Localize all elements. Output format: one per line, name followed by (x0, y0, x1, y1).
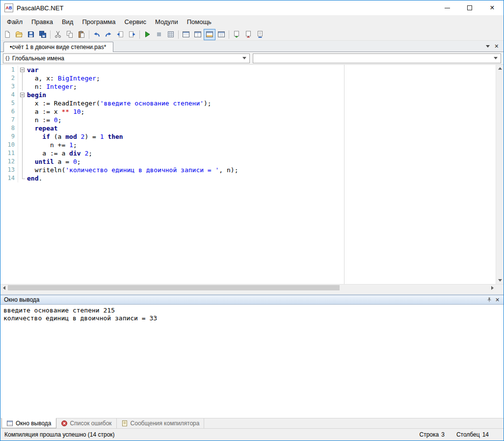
panel-tab-output[interactable]: Окно вывода (1, 418, 56, 428)
line-number: 14 (0, 174, 18, 182)
minimize-button[interactable] (436, 0, 458, 15)
panel-splitter[interactable] (0, 291, 504, 295)
redo-icon[interactable] (103, 29, 114, 40)
call-stack-window-icon[interactable] (215, 29, 227, 40)
new-file-icon[interactable] (1, 29, 13, 40)
open-file-icon[interactable] (13, 29, 25, 40)
module-list-icon[interactable] (254, 29, 266, 40)
add-module-icon[interactable] (231, 29, 242, 40)
menu-item-help[interactable]: Помощь (183, 16, 216, 27)
copy-icon[interactable] (64, 29, 76, 40)
code-line[interactable]: 2 a, x: BigInteger; (0, 74, 496, 82)
scrollbar-corner (496, 285, 504, 291)
show-output-window-icon[interactable] (204, 29, 215, 40)
window-title: PascalABC.NET (17, 4, 63, 12)
close-document-icon[interactable]: × (495, 43, 499, 50)
cut-icon[interactable] (52, 29, 64, 40)
member-combobox[interactable] (253, 53, 501, 63)
fold-margin (18, 132, 27, 141)
status-line-label: Строка (420, 431, 439, 438)
fold-toggle-icon[interactable] (18, 91, 27, 99)
code-text: n := 0; (27, 116, 61, 124)
save-all-icon[interactable] (37, 29, 49, 40)
scope-combobox[interactable]: { } Глобальные имена (3, 53, 250, 63)
compiler-messages-icon (121, 420, 128, 427)
code-line[interactable]: 6 a := x ** 10; (0, 107, 496, 116)
code-text: x := ReadInteger('введите основание степ… (27, 99, 212, 107)
output-panel-header: Окно вывода × (0, 295, 504, 305)
fold-margin (18, 124, 27, 132)
fold-margin (18, 141, 27, 149)
code-line[interactable]: 4begin (0, 91, 496, 99)
watch-window-icon[interactable] (180, 29, 192, 40)
editor: 1var2 a, x: BigInteger;3 n: Integer;4beg… (0, 65, 504, 284)
code-line[interactable]: 12 until a = 0; (0, 157, 496, 166)
code-area[interactable]: 1var2 a, x: BigInteger;3 n: Integer;4beg… (0, 65, 496, 284)
navigate-back-icon[interactable] (114, 29, 126, 40)
menu-item-file[interactable]: Файл (2, 16, 27, 27)
locals-window-icon[interactable] (192, 29, 204, 40)
navigate-forward-icon[interactable] (126, 29, 138, 40)
paste-icon[interactable] (76, 29, 87, 40)
code-line[interactable]: 3 n: Integer; (0, 82, 496, 91)
close-button[interactable]: × (481, 0, 504, 15)
save-icon[interactable] (25, 29, 37, 40)
navigation-bar: { } Глобальные имена (0, 52, 504, 65)
menu-item-modules[interactable]: Модули (151, 16, 183, 27)
close-panel-icon[interactable]: × (493, 296, 502, 304)
code-line[interactable]: 9 if (a mod 2) = 1 then (0, 132, 496, 141)
toolbar-separator (139, 30, 140, 39)
panel-tab-errors[interactable]: Список ошибок (56, 418, 117, 428)
menu-item-view[interactable]: Вид (57, 16, 78, 27)
fold-toggle-icon[interactable] (18, 66, 27, 74)
scroll-left-icon[interactable] (0, 285, 8, 291)
toolbar-separator (50, 30, 51, 39)
chevron-down-icon[interactable] (494, 57, 498, 59)
line-number: 6 (0, 107, 18, 116)
fold-margin (18, 166, 27, 174)
code-line[interactable]: 11 a := a div 2; (0, 149, 496, 157)
scroll-right-icon[interactable] (489, 285, 496, 291)
run-icon[interactable] (141, 29, 153, 40)
fold-margin (18, 149, 27, 157)
scroll-down-icon[interactable] (496, 277, 504, 284)
line-number: 2 (0, 74, 18, 82)
code-line[interactable]: 1var (0, 66, 496, 74)
chevron-down-icon[interactable] (242, 57, 246, 59)
code-text: end. (27, 174, 42, 182)
scrollbar-track[interactable] (496, 72, 504, 277)
scrollbar-track[interactable] (8, 285, 489, 291)
scrollbar-thumb[interactable] (8, 285, 340, 290)
scroll-up-icon[interactable] (496, 65, 504, 72)
window-controls: × (436, 0, 504, 15)
undo-icon[interactable] (91, 29, 103, 40)
panel-tab-compiler-messages[interactable]: Сообщения компилятора (117, 418, 205, 428)
code-line[interactable]: 10 n += 1; (0, 141, 496, 149)
remove-module-icon[interactable] (242, 29, 254, 40)
code-line[interactable]: 14end. (0, 174, 496, 182)
code-line[interactable]: 8 repeat (0, 124, 496, 132)
minimize-icon (445, 8, 450, 8)
code-line[interactable]: 7 n := 0; (0, 116, 496, 124)
maximize-button[interactable] (458, 0, 481, 15)
editor-horizontal-scrollbar[interactable] (0, 284, 504, 291)
calculator-icon[interactable] (165, 29, 177, 40)
code-line[interactable]: 5 x := ReadInteger('введите основание ст… (0, 99, 496, 107)
editor-vertical-scrollbar[interactable] (496, 65, 504, 284)
menu-item-edit[interactable]: Правка (27, 16, 57, 27)
output-text: введите основание степени 215количество … (0, 305, 504, 324)
panel-tab-label: Список ошибок (70, 420, 112, 427)
stop-icon[interactable] (153, 29, 165, 40)
line-number: 13 (0, 166, 18, 174)
line-number: 10 (0, 141, 18, 149)
output-panel-title: Окно вывода (4, 296, 485, 303)
document-tab[interactable]: •счёт 1 в двоичн виде степени.pas* (3, 42, 113, 52)
output-panel[interactable]: введите основание степени 215количество … (0, 305, 504, 418)
code-line[interactable]: 13 writeln('количество единиц в двоичной… (0, 166, 496, 174)
line-number: 8 (0, 124, 18, 132)
tab-list-dropdown-icon[interactable] (486, 45, 490, 48)
menu-item-service[interactable]: Сервис (120, 16, 151, 27)
menu-item-program[interactable]: Программа (78, 16, 120, 27)
toolbar-separator (178, 30, 179, 39)
pin-icon[interactable] (485, 296, 493, 304)
